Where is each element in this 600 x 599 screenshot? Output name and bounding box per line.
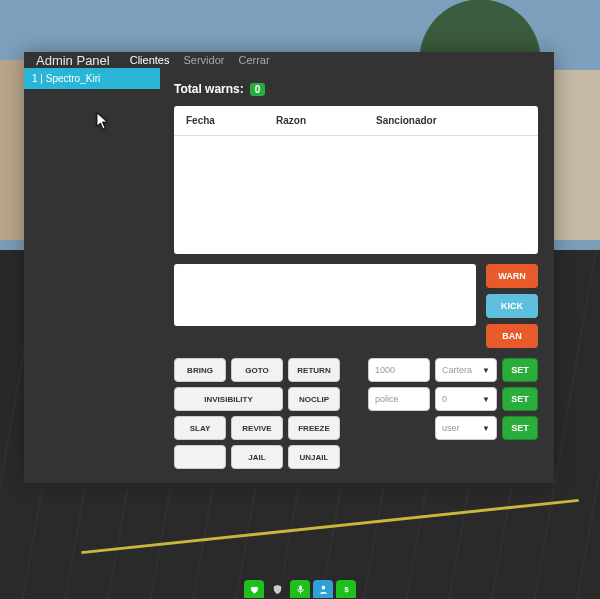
blank-button[interactable] xyxy=(174,445,226,469)
setter-grid: 1000 Cartera ▼ SET police 0 ▼ SET xyxy=(356,358,538,469)
money-select[interactable]: Cartera ▼ xyxy=(435,358,497,382)
job-set-button[interactable]: SET xyxy=(502,387,538,411)
money-set-button[interactable]: SET xyxy=(502,358,538,382)
ban-button[interactable]: BAN xyxy=(486,324,538,348)
bring-button[interactable]: BRING xyxy=(174,358,226,382)
money-icon: $ xyxy=(336,580,356,598)
tab-servidor[interactable]: Servidor xyxy=(183,54,224,66)
heart-icon xyxy=(244,580,264,598)
player-item[interactable]: 1 | Spectro_Kiri xyxy=(24,68,160,89)
tab-clientes[interactable]: Clientes xyxy=(130,54,170,66)
group-select-label: user xyxy=(442,423,460,433)
return-button[interactable]: RETURN xyxy=(288,358,340,382)
money-input[interactable]: 1000 xyxy=(368,358,430,382)
warns-table: Fecha Razon Sancionador xyxy=(174,106,538,254)
unjail-button[interactable]: UNJAIL xyxy=(288,445,340,469)
job-grade-label: 0 xyxy=(442,394,447,404)
invisibility-button[interactable]: INVISIBILITY xyxy=(174,387,283,411)
svg-text:$: $ xyxy=(344,585,348,594)
warn-button[interactable]: WARN xyxy=(486,264,538,288)
notes-textarea[interactable] xyxy=(174,264,476,326)
group-select[interactable]: user ▼ xyxy=(435,416,497,440)
jail-button[interactable]: JAIL xyxy=(231,445,283,469)
svg-rect-0 xyxy=(299,585,302,590)
job-input[interactable]: police xyxy=(368,387,430,411)
id-icon xyxy=(313,580,333,598)
freeze-button[interactable]: FREEZE xyxy=(288,416,340,440)
warns-table-header: Fecha Razon Sancionador xyxy=(174,106,538,136)
tab-cerrar[interactable]: Cerrar xyxy=(238,54,269,66)
titlebar: Admin Panel Clientes Servidor Cerrar xyxy=(24,52,554,68)
hud-bar: $ xyxy=(244,580,356,598)
chevron-down-icon: ▼ xyxy=(482,366,490,375)
chevron-down-icon: ▼ xyxy=(482,395,490,404)
chevron-down-icon: ▼ xyxy=(482,424,490,433)
player-sidebar: 1 | Spectro_Kiri xyxy=(24,68,160,483)
kick-button[interactable]: KICK xyxy=(486,294,538,318)
teleport-grid: BRING GOTO RETURN INVISIBILITY NOCLIP SL… xyxy=(174,358,340,469)
col-razon: Razon xyxy=(276,115,376,126)
goto-button[interactable]: GOTO xyxy=(231,358,283,382)
slay-button[interactable]: SLAY xyxy=(174,416,226,440)
shield-icon xyxy=(267,580,287,598)
warns-header: Total warns: 0 xyxy=(174,82,538,96)
noclip-button[interactable]: NOCLIP xyxy=(288,387,340,411)
col-sancionador: Sancionador xyxy=(376,115,526,126)
warns-count-badge: 0 xyxy=(250,83,266,96)
svg-point-1 xyxy=(321,585,325,589)
tabs: Clientes Servidor Cerrar xyxy=(130,54,270,66)
col-fecha: Fecha xyxy=(186,115,276,126)
revive-button[interactable]: REVIVE xyxy=(231,416,283,440)
warns-label: Total warns: xyxy=(174,82,244,96)
group-set-button[interactable]: SET xyxy=(502,416,538,440)
cursor-icon xyxy=(96,112,110,130)
money-select-label: Cartera xyxy=(442,365,472,375)
mic-icon xyxy=(290,580,310,598)
panel-title: Admin Panel xyxy=(36,53,110,68)
job-grade-select[interactable]: 0 ▼ xyxy=(435,387,497,411)
